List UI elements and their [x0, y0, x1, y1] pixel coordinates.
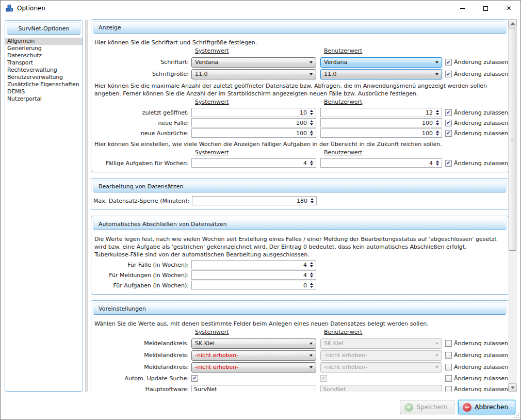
recently-opened-user-spinner[interactable]: 12 — [320, 108, 442, 117]
save-button[interactable]: ✔ Speichern — [400, 400, 454, 414]
footer: ✔ Speichern ↩ Abbrechen — [1, 395, 520, 419]
spin-down-icon[interactable] — [310, 113, 313, 115]
spin-down-icon[interactable] — [310, 265, 313, 267]
resize-grip[interactable] — [513, 412, 519, 418]
row-label: Fällige Aufgaben für Wochen: — [93, 160, 191, 167]
allow-change-checkbox[interactable]: ✔ — [445, 59, 452, 66]
minimize-button[interactable] — [451, 1, 474, 16]
column-header-systemwert: Systemwert — [195, 149, 229, 156]
due-tasks-system-spinner[interactable]: 4 — [191, 158, 316, 168]
notifications-weeks-spinner[interactable]: 4 — [191, 270, 316, 280]
allow-change-checkbox[interactable] — [445, 352, 452, 359]
titlebar: Optionen ✕ — [1, 1, 520, 16]
section-anzeige-title: Anzeige — [93, 21, 507, 34]
font-family-user-combo[interactable]: Verdana — [320, 57, 442, 68]
auto-update-system-checkbox[interactable]: ✔ — [191, 375, 198, 382]
chevron-down-icon — [435, 73, 438, 75]
sidebar-item-transport[interactable]: Transport — [5, 59, 83, 67]
allow-change-checkbox[interactable]: ✔ — [445, 120, 452, 126]
column-header-systemwert: Systemwert — [195, 47, 229, 54]
check-icon: ✔ — [446, 60, 450, 65]
spin-down-icon[interactable] — [310, 286, 313, 288]
font-size-system-combo[interactable]: 11,0 — [191, 69, 316, 79]
spin-up-icon[interactable] — [310, 131, 313, 133]
new-cases-user-spinner[interactable]: 100 — [320, 118, 442, 127]
new-outbreaks-system-spinner[interactable]: 100 — [191, 128, 316, 138]
sidebar-item-zusaetzliche-eigenschaften[interactable]: Zusätzliche Eigenschaften — [5, 81, 83, 88]
spin-down-icon[interactable] — [436, 113, 439, 115]
row-label: Schriftgröße: — [93, 71, 191, 77]
scroll-up-button[interactable] — [508, 19, 517, 27]
spin-down-icon[interactable] — [311, 201, 314, 203]
spin-down-icon[interactable] — [310, 276, 313, 278]
record-lock-system-spinner[interactable]: 180 — [192, 196, 317, 205]
allow-change-label: Änderung zulassen — [454, 160, 508, 167]
spin-up-icon[interactable] — [436, 120, 439, 122]
scrollbar-grip-icon — [511, 138, 514, 138]
spin-down-icon[interactable] — [436, 164, 439, 166]
cancel-button[interactable]: ↩ Abbrechen — [458, 400, 515, 414]
allow-change-checkbox[interactable]: ✔ — [445, 71, 452, 77]
row-label: Meldelandkreis: — [93, 364, 191, 370]
allow-change-label: Änderung zulassen — [454, 386, 508, 392]
allow-change-checkbox[interactable] — [445, 364, 452, 370]
due-tasks-user-spinner[interactable]: 4 — [320, 158, 442, 168]
app-icon — [5, 4, 13, 12]
main-software-system-input[interactable]: SurvNet — [191, 385, 316, 392]
spin-up-icon[interactable] — [436, 110, 439, 112]
section-voreinstellungen-title: Voreinstellungen — [93, 302, 507, 315]
allow-change-label: Änderung zulassen — [454, 364, 508, 370]
allow-change-checkbox[interactable]: ✔ — [445, 130, 452, 137]
reporting-district-system-combo[interactable]: SK Kiel — [191, 338, 316, 349]
font-family-system-combo[interactable]: Verdana — [191, 57, 316, 68]
allow-change-checkbox[interactable]: ✔ — [445, 160, 452, 167]
maximize-button[interactable] — [474, 1, 497, 16]
spin-up-icon[interactable] — [310, 262, 313, 264]
cases-weeks-spinner[interactable]: 4 — [191, 260, 316, 269]
row-label: neue Fälle: — [93, 120, 191, 126]
new-outbreaks-user-spinner[interactable]: 100 — [320, 128, 442, 138]
cancel-undo-icon: ↩ — [463, 403, 471, 412]
spin-down-icon[interactable] — [310, 164, 313, 166]
vertical-scrollbar[interactable] — [508, 19, 517, 392]
reporting-district-system-combo[interactable]: -nicht erhoben- — [191, 350, 316, 361]
spin-up-icon[interactable] — [310, 160, 313, 163]
spin-up-icon[interactable] — [310, 110, 313, 112]
spin-up-icon[interactable] — [310, 272, 313, 274]
dialog-body: SurvNet-Optionen Allgemein Generierung D… — [1, 16, 520, 395]
spin-up-icon[interactable] — [310, 120, 313, 122]
allow-change-label: Änderung zulassen — [454, 120, 508, 126]
sidebar-list: Allgemein Generierung Datenschutz Transp… — [5, 36, 83, 103]
spin-up-icon[interactable] — [310, 283, 313, 285]
splitter[interactable] — [85, 20, 88, 392]
sidebar-item-nutzerportal[interactable]: Nutzerportal — [5, 95, 83, 103]
recently-opened-system-spinner[interactable]: 10 — [191, 108, 316, 117]
scroll-down-button[interactable] — [508, 383, 517, 392]
spin-up-icon[interactable] — [311, 198, 314, 200]
spin-down-icon[interactable] — [310, 134, 313, 136]
spin-up-icon[interactable] — [436, 160, 439, 163]
allow-change-checkbox[interactable] — [445, 375, 452, 382]
spin-down-icon[interactable] — [310, 123, 313, 125]
reporting-district-system-combo[interactable]: -nicht erhoben- — [191, 362, 316, 373]
sidebar-item-demis[interactable]: DEMIS — [5, 88, 83, 95]
close-button[interactable]: ✕ — [497, 1, 520, 16]
sidebar-item-benutzerverwaltung[interactable]: Benutzerverwaltung — [5, 74, 83, 81]
chevron-down-icon — [435, 354, 438, 357]
spin-down-icon[interactable] — [436, 123, 439, 125]
spin-up-icon[interactable] — [436, 131, 439, 133]
sidebar-item-rechteverwaltung[interactable]: Rechteverwaltung — [5, 67, 83, 74]
allow-change-checkbox[interactable]: ✔ — [445, 109, 452, 116]
font-size-user-combo[interactable]: 11,0 — [320, 69, 442, 79]
column-header-systemwert: Systemwert — [195, 329, 229, 335]
spin-down-icon[interactable] — [436, 134, 439, 136]
allow-change-checkbox[interactable] — [445, 340, 452, 347]
sidebar-item-datenschutz[interactable]: Datenschutz — [5, 52, 83, 59]
row-label: Max. Datensatz-Sperre (Minuten): — [93, 198, 192, 204]
allow-change-checkbox[interactable] — [445, 386, 452, 392]
new-cases-system-spinner[interactable]: 100 — [191, 118, 316, 127]
tasks-weeks-spinner[interactable]: 0 — [191, 281, 316, 290]
sidebar-item-generierung[interactable]: Generierung — [5, 45, 83, 52]
scrollbar-thumb[interactable] — [509, 28, 516, 251]
sidebar-item-allgemein[interactable]: Allgemein — [5, 38, 83, 45]
